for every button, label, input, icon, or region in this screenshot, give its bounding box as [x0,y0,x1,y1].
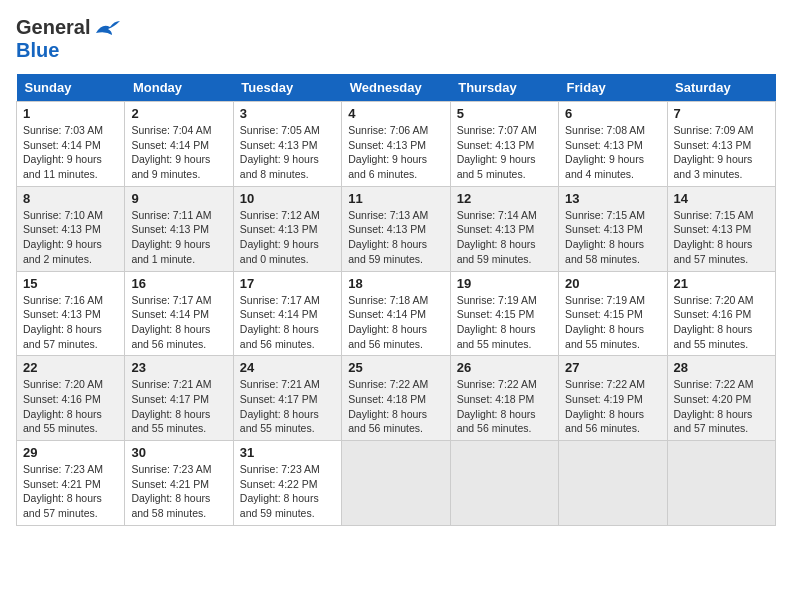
column-header-saturday: Saturday [667,74,775,102]
day-info: Sunrise: 7:22 AM Sunset: 4:18 PM Dayligh… [457,377,552,436]
day-info: Sunrise: 7:21 AM Sunset: 4:17 PM Dayligh… [131,377,226,436]
day-info: Sunrise: 7:22 AM Sunset: 4:19 PM Dayligh… [565,377,660,436]
calendar-cell: 20 Sunrise: 7:19 AM Sunset: 4:15 PM Dayl… [559,271,667,356]
day-info: Sunrise: 7:21 AM Sunset: 4:17 PM Dayligh… [240,377,335,436]
day-info: Sunrise: 7:19 AM Sunset: 4:15 PM Dayligh… [565,293,660,352]
day-number: 10 [240,191,335,206]
column-header-wednesday: Wednesday [342,74,450,102]
day-number: 16 [131,276,226,291]
calendar-cell: 7 Sunrise: 7:09 AM Sunset: 4:13 PM Dayli… [667,102,775,187]
day-number: 1 [23,106,118,121]
logo-general-text: General [16,16,90,39]
calendar-table: SundayMondayTuesdayWednesdayThursdayFrid… [16,74,776,526]
day-info: Sunrise: 7:04 AM Sunset: 4:14 PM Dayligh… [131,123,226,182]
calendar-cell: 17 Sunrise: 7:17 AM Sunset: 4:14 PM Dayl… [233,271,341,356]
calendar-cell: 6 Sunrise: 7:08 AM Sunset: 4:13 PM Dayli… [559,102,667,187]
day-info: Sunrise: 7:22 AM Sunset: 4:18 PM Dayligh… [348,377,443,436]
day-number: 8 [23,191,118,206]
calendar-cell: 9 Sunrise: 7:11 AM Sunset: 4:13 PM Dayli… [125,186,233,271]
day-info: Sunrise: 7:20 AM Sunset: 4:16 PM Dayligh… [23,377,118,436]
day-number: 22 [23,360,118,375]
day-info: Sunrise: 7:23 AM Sunset: 4:21 PM Dayligh… [23,462,118,521]
logo-blue-text: Blue [16,39,59,61]
day-info: Sunrise: 7:18 AM Sunset: 4:14 PM Dayligh… [348,293,443,352]
calendar-cell: 2 Sunrise: 7:04 AM Sunset: 4:14 PM Dayli… [125,102,233,187]
calendar-cell: 1 Sunrise: 7:03 AM Sunset: 4:14 PM Dayli… [17,102,125,187]
day-number: 31 [240,445,335,460]
day-info: Sunrise: 7:15 AM Sunset: 4:13 PM Dayligh… [674,208,769,267]
day-number: 11 [348,191,443,206]
day-info: Sunrise: 7:05 AM Sunset: 4:13 PM Dayligh… [240,123,335,182]
day-info: Sunrise: 7:11 AM Sunset: 4:13 PM Dayligh… [131,208,226,267]
column-header-sunday: Sunday [17,74,125,102]
day-info: Sunrise: 7:17 AM Sunset: 4:14 PM Dayligh… [131,293,226,352]
calendar-cell: 18 Sunrise: 7:18 AM Sunset: 4:14 PM Dayl… [342,271,450,356]
day-number: 24 [240,360,335,375]
day-info: Sunrise: 7:23 AM Sunset: 4:22 PM Dayligh… [240,462,335,521]
calendar-cell: 14 Sunrise: 7:15 AM Sunset: 4:13 PM Dayl… [667,186,775,271]
day-number: 2 [131,106,226,121]
day-info: Sunrise: 7:22 AM Sunset: 4:20 PM Dayligh… [674,377,769,436]
day-info: Sunrise: 7:03 AM Sunset: 4:14 PM Dayligh… [23,123,118,182]
day-info: Sunrise: 7:15 AM Sunset: 4:13 PM Dayligh… [565,208,660,267]
calendar-cell: 3 Sunrise: 7:05 AM Sunset: 4:13 PM Dayli… [233,102,341,187]
calendar-cell: 30 Sunrise: 7:23 AM Sunset: 4:21 PM Dayl… [125,441,233,526]
day-number: 29 [23,445,118,460]
column-header-tuesday: Tuesday [233,74,341,102]
logo-bird-icon [92,19,120,37]
day-number: 3 [240,106,335,121]
day-info: Sunrise: 7:16 AM Sunset: 4:13 PM Dayligh… [23,293,118,352]
calendar-cell: 11 Sunrise: 7:13 AM Sunset: 4:13 PM Dayl… [342,186,450,271]
calendar-cell: 15 Sunrise: 7:16 AM Sunset: 4:13 PM Dayl… [17,271,125,356]
calendar-cell: 16 Sunrise: 7:17 AM Sunset: 4:14 PM Dayl… [125,271,233,356]
day-info: Sunrise: 7:19 AM Sunset: 4:15 PM Dayligh… [457,293,552,352]
calendar-cell: 29 Sunrise: 7:23 AM Sunset: 4:21 PM Dayl… [17,441,125,526]
calendar-cell: 31 Sunrise: 7:23 AM Sunset: 4:22 PM Dayl… [233,441,341,526]
day-number: 14 [674,191,769,206]
day-number: 17 [240,276,335,291]
calendar-cell: 28 Sunrise: 7:22 AM Sunset: 4:20 PM Dayl… [667,356,775,441]
calendar-cell [342,441,450,526]
calendar-cell: 12 Sunrise: 7:14 AM Sunset: 4:13 PM Dayl… [450,186,558,271]
calendar-cell: 19 Sunrise: 7:19 AM Sunset: 4:15 PM Dayl… [450,271,558,356]
day-number: 30 [131,445,226,460]
day-info: Sunrise: 7:23 AM Sunset: 4:21 PM Dayligh… [131,462,226,521]
day-info: Sunrise: 7:17 AM Sunset: 4:14 PM Dayligh… [240,293,335,352]
day-number: 26 [457,360,552,375]
column-header-friday: Friday [559,74,667,102]
column-header-thursday: Thursday [450,74,558,102]
column-header-monday: Monday [125,74,233,102]
day-number: 21 [674,276,769,291]
calendar-cell: 8 Sunrise: 7:10 AM Sunset: 4:13 PM Dayli… [17,186,125,271]
day-number: 7 [674,106,769,121]
day-info: Sunrise: 7:06 AM Sunset: 4:13 PM Dayligh… [348,123,443,182]
calendar-cell: 25 Sunrise: 7:22 AM Sunset: 4:18 PM Dayl… [342,356,450,441]
calendar-cell: 10 Sunrise: 7:12 AM Sunset: 4:13 PM Dayl… [233,186,341,271]
calendar-cell: 23 Sunrise: 7:21 AM Sunset: 4:17 PM Dayl… [125,356,233,441]
day-number: 28 [674,360,769,375]
logo: General Blue [16,16,120,62]
day-number: 12 [457,191,552,206]
day-number: 5 [457,106,552,121]
calendar-cell: 22 Sunrise: 7:20 AM Sunset: 4:16 PM Dayl… [17,356,125,441]
day-number: 23 [131,360,226,375]
day-info: Sunrise: 7:20 AM Sunset: 4:16 PM Dayligh… [674,293,769,352]
day-number: 13 [565,191,660,206]
day-info: Sunrise: 7:14 AM Sunset: 4:13 PM Dayligh… [457,208,552,267]
calendar-cell: 21 Sunrise: 7:20 AM Sunset: 4:16 PM Dayl… [667,271,775,356]
day-number: 4 [348,106,443,121]
day-number: 9 [131,191,226,206]
day-number: 18 [348,276,443,291]
calendar-cell: 26 Sunrise: 7:22 AM Sunset: 4:18 PM Dayl… [450,356,558,441]
calendar-cell: 27 Sunrise: 7:22 AM Sunset: 4:19 PM Dayl… [559,356,667,441]
calendar-cell: 5 Sunrise: 7:07 AM Sunset: 4:13 PM Dayli… [450,102,558,187]
day-info: Sunrise: 7:09 AM Sunset: 4:13 PM Dayligh… [674,123,769,182]
day-info: Sunrise: 7:08 AM Sunset: 4:13 PM Dayligh… [565,123,660,182]
day-number: 27 [565,360,660,375]
day-number: 20 [565,276,660,291]
calendar-cell [667,441,775,526]
page-header: General Blue [16,16,776,62]
day-info: Sunrise: 7:07 AM Sunset: 4:13 PM Dayligh… [457,123,552,182]
calendar-cell: 24 Sunrise: 7:21 AM Sunset: 4:17 PM Dayl… [233,356,341,441]
calendar-cell [450,441,558,526]
